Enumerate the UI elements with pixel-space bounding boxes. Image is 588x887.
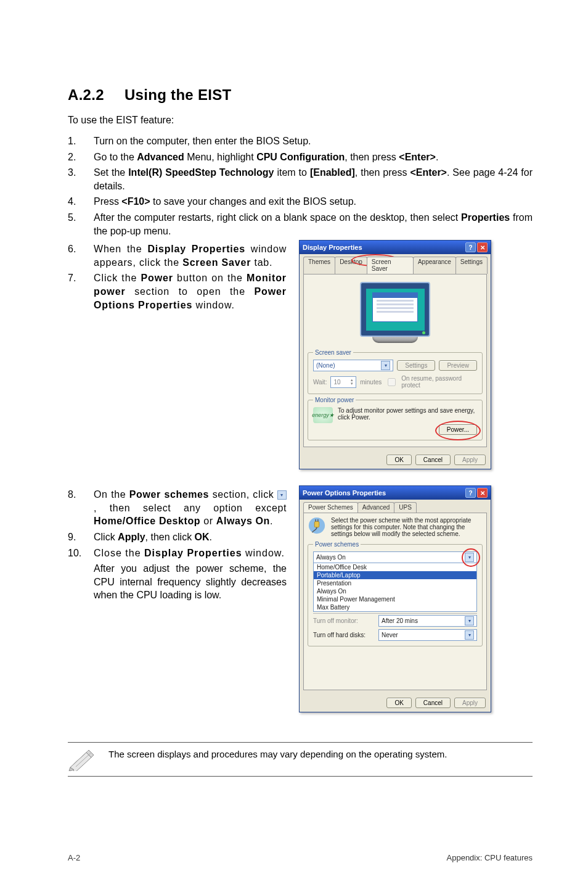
turn-off-monitor-select[interactable]: After 20 mins ▾ <box>378 615 477 627</box>
steps-6-7: 6. When the Display Properties window ap… <box>68 242 287 311</box>
tab-screen-saver[interactable]: Screen Saver <box>367 257 414 274</box>
step-text: Turn on the computer, then enter the BIO… <box>94 134 533 148</box>
turn-off-hd-label: Turn off hard disks: <box>313 632 375 638</box>
step-number: 4. <box>68 195 94 208</box>
scheme-option[interactable]: Max Battery <box>314 603 476 611</box>
page-footer: A-2 Appendix: CPU features <box>68 853 533 862</box>
dialog-tabs: Themes Desktop Screen Saver Appearance S… <box>300 254 491 274</box>
step-text: Set the Intel(R) SpeedStep Technology it… <box>94 166 533 192</box>
scheme-option[interactable]: Minimal Power Management <box>314 595 476 603</box>
tab-panel: Select the power scheme with the most ap… <box>303 513 487 690</box>
resume-label: On resume, password protect <box>401 375 477 389</box>
monitor-power-fieldset: Monitor power energy★ To adjust monitor … <box>308 397 483 440</box>
note-text: The screen displays and procedures may v… <box>108 749 447 759</box>
step-7: 7. Click the Power button on the Monitor… <box>68 271 287 311</box>
screensaver-select[interactable]: (None) ▾ <box>313 360 393 371</box>
close-button[interactable]: ✕ <box>477 242 488 252</box>
cancel-button[interactable]: Cancel <box>415 698 451 708</box>
wait-label: Wait: <box>313 379 327 386</box>
intro-text: To use the EIST feature: <box>68 115 533 126</box>
row-steps-6-7: 6. When the Display Properties window ap… <box>68 240 533 481</box>
wait-unit: minutes <box>360 379 382 386</box>
left-text-col: 8. On the Power schemes section, click ▾… <box>68 485 287 724</box>
scheme-option[interactable]: Home/Office Desk <box>314 563 476 571</box>
step-text: Click the Power button on the Monitor po… <box>94 271 287 311</box>
chevron-down-icon[interactable]: ▾ <box>465 616 474 625</box>
chevron-down-icon[interactable]: ▾ <box>465 553 474 562</box>
power-desc: Select the power scheme with the most ap… <box>331 517 483 537</box>
resume-checkbox[interactable] <box>388 378 396 386</box>
ok-button[interactable]: OK <box>386 455 411 465</box>
svg-rect-1 <box>314 522 319 527</box>
power-plug-icon <box>308 517 326 534</box>
row-steps-8-10: 8. On the Power schemes section, click ▾… <box>68 485 533 724</box>
note-callout: The screen displays and procedures may v… <box>68 742 533 777</box>
chevron-down-icon[interactable]: ▾ <box>381 361 390 370</box>
tab-appearance[interactable]: Appearance <box>413 257 456 274</box>
titlebar-buttons: ? ✕ <box>465 488 488 498</box>
turn-off-hd-select[interactable]: Never ▾ <box>378 629 477 641</box>
display-properties-dialog: Display Properties ? ✕ Themes Desktop Sc… <box>299 240 491 469</box>
wait-value: 10 <box>333 379 340 386</box>
help-button[interactable]: ? <box>465 242 476 252</box>
preview-button[interactable]: Preview <box>439 360 477 371</box>
right-image-col: Display Properties ? ✕ Themes Desktop Sc… <box>299 240 533 481</box>
step-number: 10. <box>68 547 94 560</box>
pencil-note-icon <box>68 749 96 771</box>
step-text: When the Display Properties window appea… <box>94 242 287 269</box>
step-6: 6. When the Display Properties window ap… <box>68 242 287 269</box>
dialog-title: Display Properties <box>303 244 362 251</box>
cancel-button[interactable]: Cancel <box>415 455 451 465</box>
settings-button[interactable]: Settings <box>397 360 435 371</box>
footer-page-number: A-2 <box>68 853 80 862</box>
title-bar[interactable]: Power Options Properties ? ✕ <box>300 486 491 500</box>
spinner-icon[interactable]: ▴▾ <box>351 378 353 386</box>
steps-8-10: 8. On the Power schemes section, click ▾… <box>68 488 287 602</box>
step-text: Go to the Advanced Menu, highlight CPU C… <box>94 151 533 164</box>
step-2: 2. Go to the Advanced Menu, highlight CP… <box>68 151 533 164</box>
fieldset-legend: Power schemes <box>313 541 361 548</box>
step-text: On the Power schemes section, click ▾, t… <box>94 488 287 528</box>
step-text: Click Apply, then click OK. <box>94 530 287 544</box>
tab-settings[interactable]: Settings <box>455 257 488 274</box>
tab-advanced[interactable]: Advanced <box>357 502 394 513</box>
chevron-down-icon[interactable]: ▾ <box>465 630 474 640</box>
mini-window-icon <box>372 292 418 322</box>
scheme-select[interactable]: Always On ▾ <box>313 551 477 563</box>
monitor-preview <box>308 282 483 343</box>
tab-ups[interactable]: UPS <box>394 502 417 513</box>
step-number: 2. <box>68 151 94 164</box>
scheme-option[interactable]: Presentation <box>314 579 476 587</box>
step-number: 8. <box>68 488 94 501</box>
scheme-option[interactable]: Always On <box>314 587 476 595</box>
dialog-buttons: OK Cancel Apply <box>300 451 491 469</box>
step-4: 4. Press <F10> to save your changes and … <box>68 195 533 208</box>
title-bar[interactable]: Display Properties ? ✕ <box>300 241 491 254</box>
monitor-screen-icon <box>366 289 425 331</box>
step-9: 9. Click Apply, then click OK. <box>68 530 287 544</box>
fieldset-legend: Screen saver <box>313 349 353 356</box>
turn-off-monitor-label: Turn off monitor: <box>313 617 375 624</box>
steps-list: 1. Turn on the computer, then enter the … <box>68 134 533 237</box>
ok-button[interactable]: OK <box>386 698 411 708</box>
scheme-option-selected[interactable]: Portable/Laptop <box>314 571 476 579</box>
monitor-power-desc: To adjust monitor power settings and sav… <box>338 407 477 421</box>
apply-button[interactable]: Apply <box>454 455 486 465</box>
power-options-dialog: Power Options Properties ? ✕ Power Schem… <box>299 485 491 712</box>
tab-desktop[interactable]: Desktop <box>335 257 367 274</box>
select-value: (None) <box>316 362 335 369</box>
apply-button[interactable]: Apply <box>454 698 486 708</box>
step-10-after: After you adjust the power scheme, the C… <box>68 562 287 602</box>
tab-themes[interactable]: Themes <box>303 257 335 274</box>
tab-power-schemes[interactable]: Power Schemes <box>303 502 358 513</box>
close-button[interactable]: ✕ <box>477 488 488 498</box>
titlebar-buttons: ? ✕ <box>465 242 488 252</box>
step-number: 5. <box>68 211 94 225</box>
wait-spinner[interactable]: 10 ▴▾ <box>330 376 356 388</box>
power-button[interactable]: Power... <box>439 424 477 435</box>
heading-title: Using the EIST <box>125 86 232 103</box>
page: A.2.2 Using the EIST To use the EIST fea… <box>0 0 588 887</box>
left-text-col: 6. When the Display Properties window ap… <box>68 240 287 481</box>
scheme-dropdown-list[interactable]: Home/Office Desk Portable/Laptop Present… <box>313 563 477 612</box>
help-button[interactable]: ? <box>465 488 476 498</box>
